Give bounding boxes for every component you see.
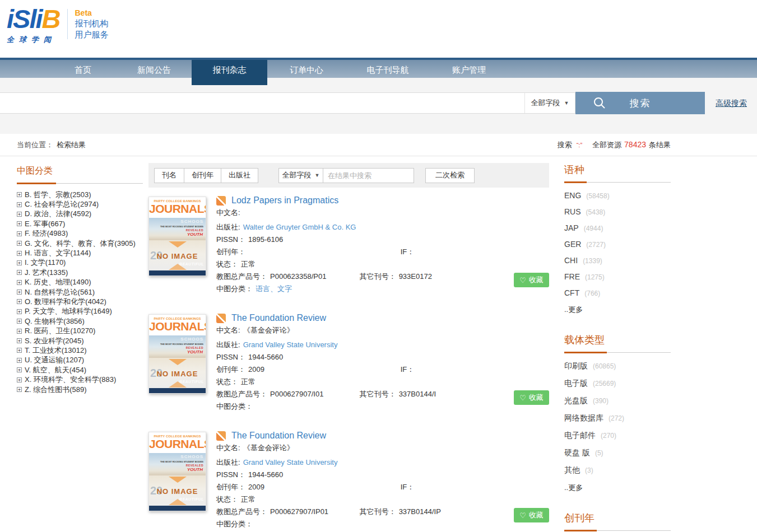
field-value: P000627907/I01 <box>270 390 323 398</box>
facet-item-label: CFT <box>564 288 579 297</box>
facet-item[interactable]: FRE (1275) <box>564 272 671 281</box>
field-value: 337B0144/IP <box>399 507 441 516</box>
facet-item[interactable]: 网络数据库 (272) <box>564 413 671 423</box>
clc-category-item[interactable]: + C. 社会科学总论(2974) <box>17 199 143 209</box>
clc-link[interactable]: 语言、文字 <box>256 284 292 293</box>
journal-cover-placeholder[interactable]: PARTY COLLEGE BANKINGS JOURNALS SCHOOS T… <box>148 432 206 511</box>
clc-category-item[interactable]: + O. 数理科学和化学(4042) <box>17 297 143 306</box>
site-logo[interactable]: iSliB 全球学闻 <box>7 4 59 45</box>
facet-item[interactable]: ENG (58458) <box>564 191 671 200</box>
search-field-select[interactable]: 全部字段 ▼ <box>524 93 575 113</box>
tree-expand-icon[interactable]: + <box>17 270 22 275</box>
tree-expand-icon[interactable]: + <box>17 251 22 256</box>
clc-category-item[interactable]: + K. 历史、地理(1490) <box>17 278 143 287</box>
sort-by-title-button[interactable]: 刊名 <box>154 168 184 183</box>
triangle-up-icon <box>169 499 187 505</box>
refine-search-button[interactable]: 二次检索 <box>425 168 475 183</box>
clc-category-item[interactable]: + V. 航空、航天(454) <box>17 365 143 375</box>
tree-expand-icon[interactable]: + <box>17 338 22 343</box>
favorite-button[interactable]: ♡ 收藏 <box>514 508 549 522</box>
tree-expand-icon[interactable]: + <box>17 290 22 295</box>
nav-tab[interactable]: 电子刊导航 <box>346 60 430 80</box>
facet-item[interactable]: JAP (4944) <box>564 223 671 232</box>
tree-expand-icon[interactable]: + <box>17 299 22 304</box>
cover-text-tiny: THE MOST ROCKING STUDENT BODIES <box>160 343 203 346</box>
clc-category-item[interactable]: + G. 文化、科学、教育、体育(3905) <box>17 239 143 248</box>
publisher-link[interactable]: Grand Valley State University <box>243 458 338 466</box>
journal-title-link[interactable]: Lodz Papers in Pragmatics <box>231 195 338 206</box>
refine-field-select[interactable]: 全部字段 ▼ <box>278 168 323 183</box>
tree-expand-icon[interactable]: + <box>17 280 22 285</box>
facet-item[interactable]: RUS (5438) <box>564 207 671 216</box>
search-input[interactable] <box>0 93 524 113</box>
search-button[interactable]: 搜索 <box>575 92 705 114</box>
facet-item[interactable]: GER (2727) <box>564 240 671 249</box>
nav-tab[interactable]: 新闻公告 <box>117 60 192 80</box>
clc-category-item[interactable]: + S. 农业科学(2045) <box>17 336 143 346</box>
facet-more-link[interactable]: ..更多 <box>564 483 671 493</box>
journal-title-link[interactable]: The Foundation Review <box>231 431 326 441</box>
field-label: 中文名: <box>216 444 240 452</box>
clc-category-item[interactable]: + R. 医药、卫生(10270) <box>17 326 143 335</box>
journal-cover-placeholder[interactable]: PARTY COLLEGE BANKINGS JOURNALS SCHOOS T… <box>148 314 206 394</box>
sort-by-publisher-button[interactable]: 出版社 <box>221 168 258 183</box>
tree-expand-icon[interactable]: + <box>17 329 22 334</box>
advanced-search-link[interactable]: 高级搜索 <box>716 99 747 109</box>
clc-category-item[interactable]: + B. 哲学、宗教(2503) <box>17 190 143 199</box>
nav-tab[interactable]: 账户管理 <box>430 60 508 80</box>
journal-cover-placeholder[interactable]: PARTY COLLEGE BANKINGS JOURNALS SCHOOS T… <box>148 197 206 276</box>
favorite-button[interactable]: ♡ 收藏 <box>514 273 549 287</box>
tree-expand-icon[interactable]: + <box>17 358 22 363</box>
tree-expand-icon[interactable]: + <box>17 260 22 265</box>
journal-title-link[interactable]: The Foundation Review <box>231 313 326 323</box>
facet-item[interactable]: CFT (766) <box>564 288 671 297</box>
clc-category-item[interactable]: + I. 文学(1170) <box>17 258 143 268</box>
tree-expand-icon[interactable]: + <box>17 377 22 382</box>
clc-category-item[interactable]: + E. 军事(667) <box>17 219 143 228</box>
favorite-button[interactable]: ♡ 收藏 <box>514 390 549 405</box>
tree-expand-icon[interactable]: + <box>17 231 22 236</box>
tree-expand-icon[interactable]: + <box>17 319 22 324</box>
nav-tab[interactable]: 订单中心 <box>267 60 346 80</box>
clc-category-item[interactable]: + U. 交通运输(1207) <box>17 356 143 365</box>
sort-by-year-button[interactable]: 创刊年 <box>184 168 221 183</box>
tree-expand-icon[interactable]: + <box>17 212 22 217</box>
facet-more-link[interactable]: ..更多 <box>564 305 671 315</box>
tree-expand-icon[interactable]: + <box>17 221 22 226</box>
tree-expand-icon[interactable]: + <box>17 202 22 207</box>
tree-expand-icon[interactable]: + <box>17 348 22 353</box>
clc-category-item[interactable]: + Z. 综合性图书(589) <box>17 385 143 394</box>
field-label: 出版社: <box>216 458 240 466</box>
publisher-link[interactable]: Grand Valley State University <box>243 340 338 349</box>
clc-category-item[interactable]: + N. 自然科学总论(561) <box>17 287 143 297</box>
field-label: 创刊年： <box>216 483 245 491</box>
facet-item[interactable]: 其他 (3) <box>564 465 671 475</box>
nav-tab[interactable]: 报刊杂志 <box>192 60 267 85</box>
clc-category-item[interactable]: + Q. 生物科学(3856) <box>17 316 143 326</box>
field-label: PISSN： <box>216 353 245 361</box>
facet-item[interactable]: 电子邮件 (270) <box>564 431 671 441</box>
tree-expand-icon[interactable]: + <box>17 387 22 392</box>
tree-expand-icon[interactable]: + <box>17 241 22 246</box>
nav-tab-label: 订单中心 <box>290 65 323 74</box>
clc-category-item[interactable]: + T. 工业技术(13012) <box>17 346 143 355</box>
tree-expand-icon[interactable]: + <box>17 192 22 197</box>
facet-item[interactable]: CHI (1339) <box>564 256 671 265</box>
clc-category-item[interactable]: + H. 语言、文字(1144) <box>17 248 143 258</box>
tagline-line1: 报刊机构 <box>75 18 108 29</box>
search-icon <box>592 96 607 110</box>
clc-category-item[interactable]: + D. 政治、法律(4592) <box>17 209 143 219</box>
facet-item[interactable]: 光盘版 (390) <box>564 396 671 406</box>
facet-item[interactable]: 硬盘 版 (5) <box>564 448 671 458</box>
facet-item[interactable]: 电子版 (25669) <box>564 379 671 389</box>
nav-tab[interactable]: 首页 <box>49 60 117 80</box>
tree-expand-icon[interactable]: + <box>17 309 22 314</box>
clc-category-item[interactable]: + J. 艺术(1335) <box>17 268 143 277</box>
clc-category-item[interactable]: + X. 环境科学、安全科学(883) <box>17 375 143 384</box>
clc-category-item[interactable]: + F. 经济(4983) <box>17 229 143 239</box>
facet-item[interactable]: 印刷版 (60865) <box>564 361 671 371</box>
publisher-link[interactable]: Walter de Gruyter GmbH & Co. KG <box>243 223 356 231</box>
tree-expand-icon[interactable]: + <box>17 367 22 372</box>
clc-category-item[interactable]: + P. 天文学、地球科学(1649) <box>17 307 143 316</box>
refine-search-input[interactable] <box>323 168 414 183</box>
